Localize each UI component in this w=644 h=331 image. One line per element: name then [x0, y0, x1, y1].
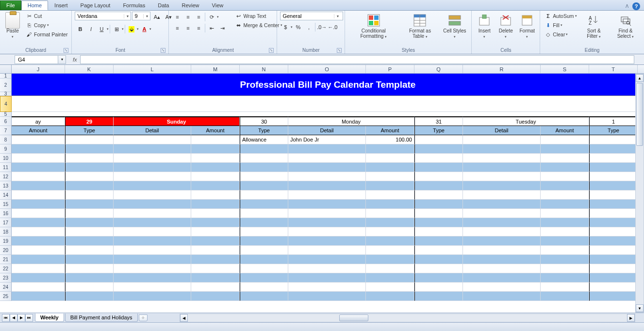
data-cell[interactable]	[240, 292, 288, 301]
orientation-button[interactable]: ⟳	[206, 12, 217, 22]
data-cell[interactable]	[65, 255, 114, 264]
row-header-12[interactable]: 12	[0, 172, 12, 181]
data-cell[interactable]	[541, 154, 589, 163]
minimize-ribbon-icon[interactable]: ᐱ	[626, 4, 628, 9]
data-cell[interactable]	[114, 264, 191, 273]
data-cell[interactable]	[240, 218, 288, 227]
tab-insert[interactable]: Insert	[48, 0, 74, 10]
data-cell[interactable]	[12, 144, 65, 154]
data-cell[interactable]	[541, 264, 589, 273]
data-cell[interactable]	[65, 246, 114, 255]
grow-font-button[interactable]: A▴	[151, 12, 162, 22]
data-cell[interactable]	[541, 236, 589, 246]
data-cell[interactable]	[463, 172, 541, 181]
horizontal-scrollbar[interactable]: ◀ ▶	[180, 314, 635, 322]
comma-button[interactable]: ,	[303, 22, 314, 32]
data-cell[interactable]	[589, 273, 638, 283]
underline-button[interactable]: U	[96, 24, 107, 34]
format-as-table-button[interactable]: Format as Table ▾	[401, 12, 439, 40]
data-cell[interactable]	[288, 255, 366, 264]
data-cell[interactable]	[414, 236, 463, 246]
data-cell[interactable]	[114, 163, 191, 172]
data-cell[interactable]	[191, 172, 240, 181]
column-header-L[interactable]: L	[114, 65, 191, 73]
row-header-3[interactable]: 3	[0, 92, 12, 96]
data-cell[interactable]	[463, 209, 541, 218]
data-cell[interactable]	[589, 135, 638, 144]
data-cell[interactable]	[288, 283, 366, 292]
data-cell[interactable]	[12, 172, 65, 181]
data-cell[interactable]	[541, 209, 589, 218]
insert-cells-button[interactable]: Insert▾	[475, 12, 494, 40]
data-cell[interactable]	[12, 181, 65, 190]
data-cell[interactable]	[65, 200, 114, 209]
data-cell[interactable]	[191, 163, 240, 172]
data-cell[interactable]	[114, 135, 191, 144]
row-header-14[interactable]: 14	[0, 190, 12, 200]
data-cell[interactable]	[541, 200, 589, 209]
data-cell[interactable]	[414, 135, 463, 144]
data-cell[interactable]	[65, 236, 114, 246]
data-cell[interactable]	[589, 227, 638, 236]
data-cell[interactable]	[240, 144, 288, 154]
align-left-button[interactable]: ≡	[172, 23, 182, 33]
data-cell[interactable]	[463, 154, 541, 163]
cut-button[interactable]: ✂Cut	[24, 12, 68, 20]
data-cell[interactable]	[240, 181, 288, 190]
row-5[interactable]	[12, 112, 644, 117]
data-cell[interactable]	[288, 292, 366, 301]
row-header-18[interactable]: 18	[0, 227, 12, 236]
tab-home[interactable]: Home	[21, 0, 48, 10]
data-cell[interactable]	[463, 236, 541, 246]
data-cell[interactable]	[65, 172, 114, 181]
data-cell[interactable]	[65, 264, 114, 273]
data-cell[interactable]	[240, 227, 288, 236]
data-cell[interactable]	[414, 227, 463, 236]
align-top-button[interactable]: ≡	[172, 12, 182, 22]
data-cell[interactable]	[12, 255, 65, 264]
data-cell[interactable]	[65, 218, 114, 227]
data-cell[interactable]	[589, 209, 638, 218]
conditional-formatting-button[interactable]: Conditional Formatting ▾	[348, 12, 399, 40]
data-cell[interactable]	[463, 264, 541, 273]
worksheet-grid[interactable]: 1234567891011121314151617181920212223242…	[0, 74, 644, 319]
name-box-dropdown[interactable]: ▾	[58, 55, 66, 64]
data-cell[interactable]	[12, 135, 65, 144]
sheet-tab-weekly[interactable]: Weekly	[35, 314, 64, 322]
subheader-cell[interactable]: Type	[414, 126, 463, 135]
data-cell[interactable]	[240, 264, 288, 273]
cell-styles-button[interactable]: Cell Styles ▾	[441, 12, 469, 40]
row-header-24[interactable]: 24	[0, 283, 12, 292]
data-cell[interactable]	[541, 172, 589, 181]
subheader-cell[interactable]: Type	[65, 126, 114, 135]
data-cell[interactable]: Allowance	[240, 135, 288, 144]
indent-decrease-button[interactable]: ⇤	[206, 23, 217, 33]
sheet-nav-first[interactable]: ⏮	[2, 314, 10, 322]
data-cell[interactable]	[288, 200, 366, 209]
merge-center-button[interactable]: ⬌Merge & Center ▾	[233, 21, 283, 30]
data-cell[interactable]	[288, 209, 366, 218]
column-header-K[interactable]: K	[65, 65, 114, 73]
data-cell[interactable]	[12, 163, 65, 172]
data-cell[interactable]	[114, 144, 191, 154]
data-cell[interactable]	[240, 246, 288, 255]
data-cell[interactable]	[414, 273, 463, 283]
row-header-16[interactable]: 16	[0, 209, 12, 218]
data-cell[interactable]	[414, 172, 463, 181]
data-cell[interactable]	[366, 283, 414, 292]
row-header-10[interactable]: 10	[0, 154, 12, 163]
row-header-17[interactable]: 17	[0, 218, 12, 227]
data-cell[interactable]	[240, 273, 288, 283]
decrease-decimal-button[interactable]: ←.0	[327, 22, 338, 32]
data-cell[interactable]	[65, 144, 114, 154]
number-launcher[interactable]: ⤡	[337, 48, 342, 53]
data-cell[interactable]	[65, 292, 114, 301]
data-cell[interactable]	[366, 144, 414, 154]
data-cell[interactable]	[366, 200, 414, 209]
data-cell[interactable]	[288, 163, 366, 172]
data-cell[interactable]	[191, 236, 240, 246]
subheader-cell[interactable]: Amount	[366, 126, 414, 135]
font-name-combo[interactable]: ▾	[75, 12, 131, 20]
scroll-right-icon[interactable]: ▶	[627, 314, 635, 322]
vertical-scrollbar[interactable]: ▲ ▼	[635, 74, 644, 313]
